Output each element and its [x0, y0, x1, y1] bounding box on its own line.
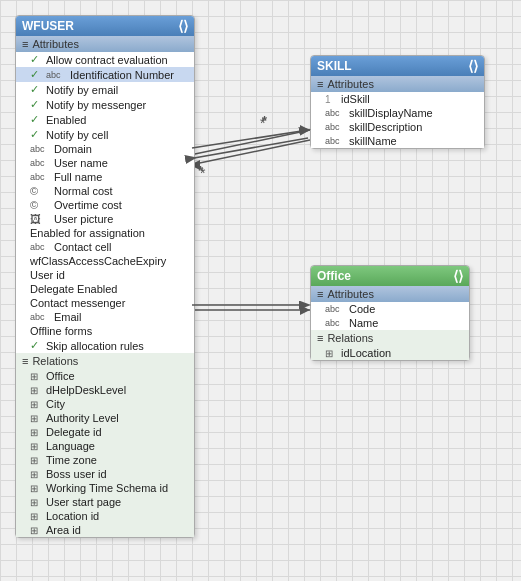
attr-skill-display[interactable]: abc skillDisplayName — [311, 106, 484, 120]
type-badge: abc — [30, 158, 50, 168]
attr-user-picture[interactable]: 🖼 User picture — [16, 212, 194, 226]
attr-label: Normal cost — [54, 185, 113, 197]
attr-normal-cost[interactable]: © Normal cost — [16, 184, 194, 198]
office-header[interactable]: Office ⟨⟩ — [311, 266, 469, 286]
type-badge: abc — [30, 312, 50, 322]
check-icon: ✓ — [30, 113, 42, 126]
rel-icon: ⊞ — [30, 469, 42, 480]
attr-label: Delegate Enabled — [30, 283, 117, 295]
attr-label: Enabled for assignation — [30, 227, 145, 239]
office-attributes-header: ≡ Attributes — [311, 286, 469, 302]
attr-label: Offline forms — [30, 325, 92, 337]
attr-delegate-enabled[interactable]: Delegate Enabled — [16, 282, 194, 296]
type-badge: abc — [30, 144, 50, 154]
rel-label: Office — [46, 370, 75, 382]
attr-skip-allocation[interactable]: ✓ Skip allocation rules — [16, 338, 194, 353]
svg-marker-1 — [300, 125, 310, 135]
attr-contact-messenger[interactable]: Contact messenger — [16, 296, 194, 310]
attr-id-number[interactable]: ✓ abc Identification Number — [16, 67, 194, 82]
check-icon: ✓ — [30, 339, 42, 352]
rel-boss-user[interactable]: ⊞ Boss user id — [16, 467, 194, 481]
svg-text:*: * — [200, 165, 206, 181]
attr-cache-expiry[interactable]: wfClassAccessCacheExpiry — [16, 254, 194, 268]
attributes-section-icon: ≡ — [317, 288, 323, 300]
attr-enabled[interactable]: ✓ Enabled — [16, 112, 194, 127]
attr-label: skillDisplayName — [349, 107, 433, 119]
rel-area-id[interactable]: ⊞ Area id — [16, 523, 194, 537]
office-attributes-label: Attributes — [327, 288, 373, 300]
attr-name[interactable]: abc Name — [311, 316, 469, 330]
relations-section-icon: ≡ — [317, 332, 323, 344]
attr-label: Skip allocation rules — [46, 340, 144, 352]
skill-title: SKILL — [317, 59, 352, 73]
rel-icon: ⊞ — [30, 385, 42, 396]
attr-allow-contract[interactable]: ✓ Allow contract evaluation — [16, 52, 194, 67]
rel-working-time[interactable]: ⊞ Working Time Schema id — [16, 481, 194, 495]
rel-city[interactable]: ⊞ City — [16, 397, 194, 411]
wfuser-relations-label: Relations — [32, 355, 78, 367]
rel-authority-level[interactable]: ⊞ Authority Level — [16, 411, 194, 425]
attr-label: Notify by cell — [46, 129, 108, 141]
check-icon: ✓ — [30, 128, 42, 141]
attr-code[interactable]: abc Code — [311, 302, 469, 316]
office-relations-header: ≡ Relations — [311, 330, 469, 346]
attr-label: Contact cell — [54, 241, 111, 253]
skill-attributes-header: ≡ Attributes — [311, 76, 484, 92]
type-badge: abc — [325, 136, 345, 146]
type-badge: abc — [46, 70, 66, 80]
attr-fullname[interactable]: abc Full name — [16, 170, 194, 184]
type-badge: abc — [30, 242, 50, 252]
rel-icon: ⊞ — [30, 483, 42, 494]
check-icon: ✓ — [30, 53, 42, 66]
attr-user-id[interactable]: User id — [16, 268, 194, 282]
rel-label: Area id — [46, 524, 81, 536]
rel-office[interactable]: ⊞ Office — [16, 369, 194, 383]
attr-label: Email — [54, 311, 82, 323]
attr-overtime-cost[interactable]: © Overtime cost — [16, 198, 194, 212]
rel-label: idLocation — [341, 347, 391, 359]
svg-line-8 — [192, 130, 308, 148]
attr-offline-forms[interactable]: Offline forms — [16, 324, 194, 338]
rel-timezone[interactable]: ⊞ Time zone — [16, 453, 194, 467]
attr-domain[interactable]: abc Domain — [16, 142, 194, 156]
rel-label: User start page — [46, 496, 121, 508]
rel-language[interactable]: ⊞ Language — [16, 439, 194, 453]
wfuser-header[interactable]: WFUSER ⟨⟩ — [16, 16, 194, 36]
attr-skill-name[interactable]: abc skillName — [311, 134, 484, 148]
attr-contact-cell[interactable]: abc Contact cell — [16, 240, 194, 254]
attributes-section-icon: ≡ — [22, 38, 28, 50]
rel-icon: ⊞ — [30, 525, 42, 536]
attr-notify-messenger[interactable]: ✓ Notify by messenger — [16, 97, 194, 112]
attr-enabled-assign[interactable]: Enabled for assignation — [16, 226, 194, 240]
rel-label: City — [46, 398, 65, 410]
rel-label: Working Time Schema id — [46, 482, 168, 494]
attr-notify-cell[interactable]: ✓ Notify by cell — [16, 127, 194, 142]
wfuser-collapse[interactable]: ⟨⟩ — [178, 19, 188, 33]
img-icon: 🖼 — [30, 213, 50, 225]
attr-label: Enabled — [46, 114, 86, 126]
attr-label: Contact messenger — [30, 297, 125, 309]
attr-skill-desc[interactable]: abc skillDescription — [311, 120, 484, 134]
rel-delegate-id[interactable]: ⊞ Delegate id — [16, 425, 194, 439]
rel-icon: ⊞ — [30, 497, 42, 508]
attr-username[interactable]: abc User name — [16, 156, 194, 170]
skill-collapse[interactable]: ⟨⟩ — [468, 59, 478, 73]
svg-text:*: * — [262, 113, 268, 128]
skill-header[interactable]: SKILL ⟨⟩ — [311, 56, 484, 76]
wfuser-entity: WFUSER ⟨⟩ ≡ Attributes ✓ Allow contract … — [15, 15, 195, 538]
attr-label: Allow contract evaluation — [46, 54, 168, 66]
rel-idlocation[interactable]: ⊞ idLocation — [311, 346, 469, 360]
rel-helpdesklevel[interactable]: ⊞ dHelpDeskLevel — [16, 383, 194, 397]
rel-user-start[interactable]: ⊞ User start page — [16, 495, 194, 509]
rel-icon: ⊞ — [30, 511, 42, 522]
attr-label: Name — [349, 317, 378, 329]
attr-idskill[interactable]: 1 idSkill — [311, 92, 484, 106]
rel-label: Language — [46, 440, 95, 452]
attr-label: Code — [349, 303, 375, 315]
skill-attributes-label: Attributes — [327, 78, 373, 90]
attr-email[interactable]: abc Email — [16, 310, 194, 324]
rel-location-id[interactable]: ⊞ Location id — [16, 509, 194, 523]
rel-label: Location id — [46, 510, 99, 522]
office-collapse[interactable]: ⟨⟩ — [453, 269, 463, 283]
attr-notify-email[interactable]: ✓ Notify by email — [16, 82, 194, 97]
